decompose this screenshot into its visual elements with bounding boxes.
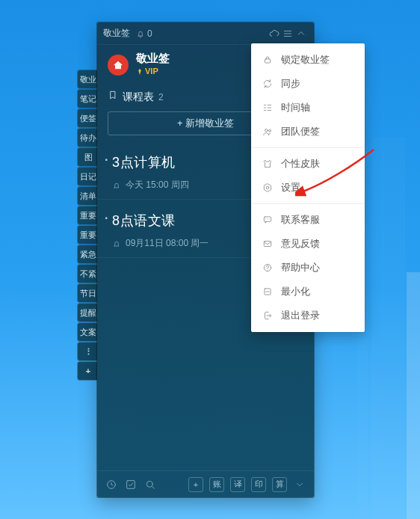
vip-badge: VIP xyxy=(136,67,158,76)
alarm-icon xyxy=(112,181,121,190)
app-logo xyxy=(108,55,129,76)
category-label: 课程表 xyxy=(123,90,154,104)
mail-icon xyxy=(262,238,274,250)
menu-item-label: 锁定敬业签 xyxy=(281,53,330,67)
menu-item-label: 帮助中心 xyxy=(281,261,320,274)
menu-item-label: 联系客服 xyxy=(281,213,320,227)
notification-count: 0 xyxy=(147,28,152,39)
main-menu-dropdown: 锁定敬业签同步时间轴团队便签个性皮肤设置联系客服意见反馈帮助中心最小化退出登录 xyxy=(251,43,365,332)
menu-item-sync[interactable]: 同步 xyxy=(251,72,365,96)
search-button[interactable] xyxy=(143,478,157,491)
side-tab-more[interactable]: ⋮ xyxy=(78,343,99,360)
menu-item-settings[interactable]: 设置 xyxy=(251,176,365,200)
help-icon xyxy=(262,262,274,274)
title-bar: 敬业签 0 xyxy=(97,22,314,45)
side-tab[interactable]: 重要 xyxy=(78,226,99,244)
notification-indicator[interactable]: 0 xyxy=(136,28,152,39)
side-tab[interactable]: 便签 xyxy=(78,109,99,127)
menu-item-logout[interactable]: 退出登录 xyxy=(251,304,365,328)
note-meta-text: 09月11日 08:00 周一 xyxy=(126,237,209,250)
menu-item-team[interactable]: 团队便签 xyxy=(251,120,365,144)
side-tab[interactable]: 清单 xyxy=(78,187,99,205)
side-tab-add[interactable]: + xyxy=(78,362,99,380)
side-tab[interactable]: 节日 xyxy=(78,284,99,302)
side-tab[interactable]: 重要 xyxy=(78,206,99,224)
side-tab[interactable]: 图 xyxy=(78,148,99,166)
svg-point-4 xyxy=(265,129,268,132)
svg-point-6 xyxy=(266,186,269,189)
menu-item-label: 退出登录 xyxy=(281,309,320,322)
lock-icon xyxy=(262,54,274,66)
logout-icon xyxy=(262,310,274,322)
category-side-tabs: 敬业笔记便签待办图日记清单重要重要紧急不紧节日提醒文案⋮+ xyxy=(78,70,99,380)
menu-item-label: 时间轴 xyxy=(281,101,310,114)
menu-item-minimize[interactable]: 最小化 xyxy=(251,280,365,304)
svg-rect-3 xyxy=(265,59,271,63)
alarm-icon xyxy=(112,239,121,248)
menu-item-chat[interactable]: 联系客服 xyxy=(251,208,365,232)
svg-rect-1 xyxy=(127,480,135,488)
bottom-tool-chip[interactable]: 账 xyxy=(209,477,224,492)
bottom-tool-chip[interactable]: 印 xyxy=(251,477,266,492)
skin-icon xyxy=(262,158,274,170)
timeline-icon xyxy=(262,102,274,114)
team-icon xyxy=(262,126,274,138)
menu-item-label: 意见反馈 xyxy=(281,237,320,251)
cloud-sync-button[interactable] xyxy=(268,27,281,40)
svg-point-2 xyxy=(146,481,152,487)
menu-item-label: 个性皮肤 xyxy=(281,157,320,171)
menu-item-lock[interactable]: 锁定敬业签 xyxy=(251,48,365,72)
menu-item-timeline[interactable]: 时间轴 xyxy=(251,96,365,120)
side-tab[interactable]: 不紧 xyxy=(78,265,99,283)
bottom-more-button[interactable] xyxy=(293,478,306,491)
collapse-button[interactable] xyxy=(294,27,308,40)
side-tab[interactable]: 文案 xyxy=(78,323,99,341)
bottom-tool-chip[interactable]: 译 xyxy=(230,477,245,492)
bookmark-icon xyxy=(108,90,118,100)
menu-item-mail[interactable]: 意见反馈 xyxy=(251,232,365,256)
history-button[interactable] xyxy=(105,478,118,491)
svg-point-5 xyxy=(269,129,271,132)
category-count: 2 xyxy=(158,92,164,102)
menu-item-label: 同步 xyxy=(281,77,300,90)
menu-item-skin[interactable]: 个性皮肤 xyxy=(251,152,365,176)
menu-item-label: 最小化 xyxy=(281,285,310,298)
side-tab[interactable]: 敬业 xyxy=(78,70,99,88)
bottom-toolbar: +账译印算 xyxy=(97,470,314,497)
completed-button[interactable] xyxy=(124,478,138,491)
menu-item-label: 设置 xyxy=(281,181,300,194)
sync-icon xyxy=(262,78,274,90)
menu-item-help[interactable]: 帮助中心 xyxy=(251,256,365,280)
menu-button[interactable] xyxy=(281,27,294,40)
note-meta-text: 今天 15:00 周四 xyxy=(126,179,189,191)
side-tab[interactable]: 待办 xyxy=(78,129,99,147)
app-title: 敬业签 xyxy=(103,27,130,40)
diamond-icon xyxy=(136,68,143,76)
settings-icon xyxy=(262,182,274,194)
svg-rect-8 xyxy=(264,242,271,247)
bell-icon xyxy=(136,29,145,38)
bottom-tool-chip[interactable]: 算 xyxy=(272,477,287,492)
chat-icon xyxy=(262,214,274,226)
minimize-icon xyxy=(262,286,274,298)
bottom-add-button[interactable]: + xyxy=(188,477,203,492)
brand-name: 敬业签 xyxy=(136,52,170,65)
side-tab[interactable]: 紧急 xyxy=(78,245,99,263)
side-tab[interactable]: 笔记 xyxy=(78,90,99,108)
side-tab[interactable]: 日记 xyxy=(78,168,99,185)
side-tab[interactable]: 提醒 xyxy=(78,304,99,322)
menu-item-label: 团队便签 xyxy=(281,125,320,138)
